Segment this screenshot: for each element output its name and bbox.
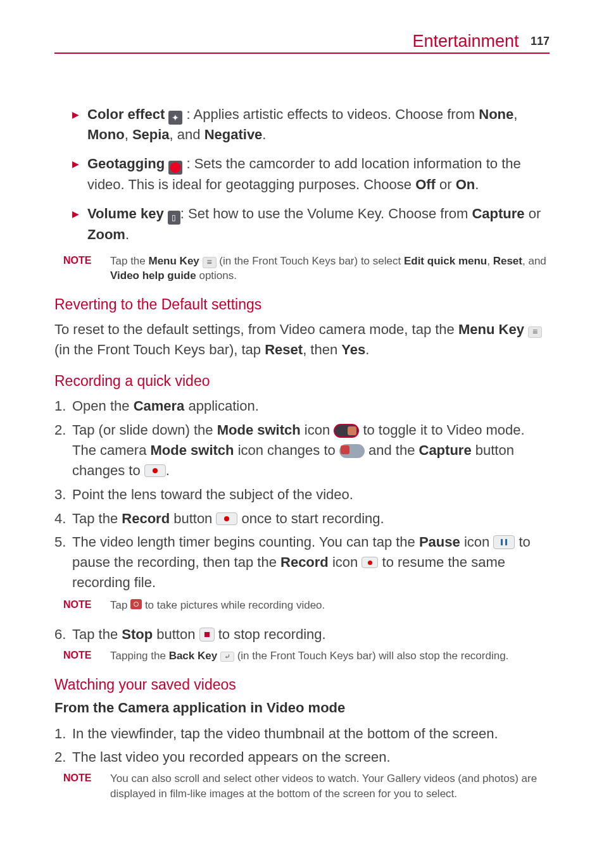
bullet-arrow-icon: ▶	[72, 108, 79, 121]
opt: Sepia	[132, 127, 170, 142]
mode-switch-camera-icon	[334, 424, 359, 438]
note-take-pictures: NOTE Tap to take pictures while recordin…	[63, 598, 550, 613]
menu-icon: ≡	[203, 257, 217, 268]
opt: None	[479, 106, 513, 122]
opt: Mono	[87, 127, 125, 142]
note-label: NOTE	[63, 598, 110, 613]
mode-switch-video-icon	[339, 444, 365, 458]
note-back-key: NOTE Tapping the Back Key ⤶ (in the Fron…	[63, 648, 550, 664]
revert-paragraph: To reset to the default settings, from V…	[54, 319, 550, 360]
record-icon	[362, 557, 378, 568]
opt: Negative	[204, 127, 263, 142]
bullet-color-effect: ▶ Color effect ✦ : Applies artistic effe…	[72, 104, 550, 145]
pin-icon: ⬤	[168, 161, 182, 175]
volume-icon: ▯	[168, 211, 180, 225]
back-key-icon: ⤶	[220, 652, 234, 662]
step-5: 5. The video length timer begins countin…	[54, 532, 550, 593]
opt: Off	[415, 177, 436, 192]
page-header: Entertainment 117	[54, 32, 550, 54]
label: Color effect	[87, 106, 165, 122]
document-page: Entertainment 117 ▶ Color effect ✦ : App…	[0, 0, 604, 838]
text: : Set how to use the Volume Key. Choose …	[180, 206, 472, 221]
heading-revert: Reverting to the Default settings	[54, 296, 550, 313]
bullet-arrow-icon: ▶	[72, 208, 79, 220]
note-menu-key: NOTE Tap the Menu Key ≡ (in the Front To…	[63, 254, 550, 284]
palette-icon: ✦	[168, 111, 182, 125]
note-text: Tap the Menu Key ≡ (in the Front Touch K…	[110, 254, 550, 284]
opt: Capture	[472, 206, 524, 221]
pause-icon	[493, 535, 515, 549]
watch-step-2: 2. The last video you recorded appears o…	[54, 747, 550, 767]
note-label: NOTE	[63, 254, 110, 284]
menu-icon: ≡	[528, 326, 542, 338]
note-text: You can also scroll and select other vid…	[110, 771, 550, 802]
label: Volume key	[87, 206, 164, 221]
bullet-geotagging: ▶ Geotagging ⬤ : Sets the camcorder to a…	[72, 154, 550, 195]
step-6: 6. Tap the Stop button to stop recording…	[54, 624, 550, 645]
label: Geotagging	[87, 156, 165, 171]
page-number: 117	[531, 35, 550, 47]
record-steps: 1. Open the Camera application. 2. Tap (…	[54, 396, 550, 593]
step-4: 4. Tap the Record button once to start r…	[54, 509, 550, 529]
watch-steps: 1. In the viewfinder, tap the video thum…	[54, 724, 550, 768]
bullet-arrow-icon: ▶	[72, 158, 79, 170]
text: : Applies artistic effects to videos. Ch…	[182, 106, 479, 122]
note-gallery: NOTE You can also scroll and select othe…	[63, 771, 550, 802]
note-label: NOTE	[63, 648, 110, 664]
heading-record: Recording a quick video	[54, 373, 550, 390]
opt: On	[456, 177, 475, 192]
note-text: Tapping the Back Key ⤶ (in the Front Tou…	[110, 648, 550, 664]
note-text: Tap to take pictures while recording vid…	[110, 598, 550, 613]
step-3: 3. Point the lens toward the subject of …	[54, 485, 550, 505]
step-2: 2. Tap (or slide down) the Mode switch i…	[54, 420, 550, 481]
step-1: 1. Open the Camera application.	[54, 396, 550, 416]
camera-small-icon	[130, 599, 142, 609]
watch-step-1: 1. In the viewfinder, tap the video thum…	[54, 724, 550, 744]
note-label: NOTE	[63, 771, 110, 802]
heading-watch: Watching your saved videos	[54, 676, 550, 693]
subheading-from-camera: From the Camera application in Video mod…	[54, 700, 550, 716]
bullet-volume-key: ▶ Volume key ▯: Set how to use the Volum…	[72, 204, 550, 245]
opt: Zoom	[87, 226, 125, 242]
stop-icon	[199, 628, 215, 642]
section-title: Entertainment	[412, 32, 519, 51]
capture-record-icon	[144, 464, 166, 477]
record-steps-cont: 6. Tap the Stop button to stop recording…	[54, 624, 550, 645]
record-button-icon	[216, 512, 237, 525]
options-list: ▶ Color effect ✦ : Applies artistic effe…	[72, 104, 550, 245]
